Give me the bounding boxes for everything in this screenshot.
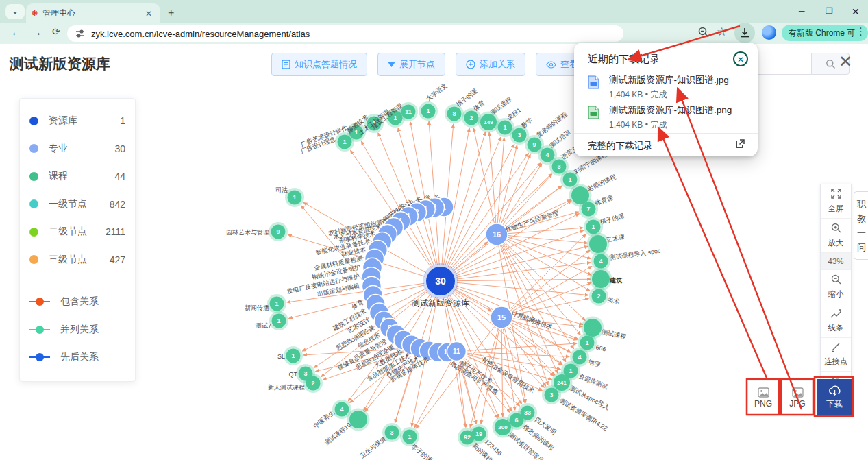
svg-text:3: 3 [517, 132, 521, 138]
address-bar[interactable]: zyk.icve.com.cn/icve-admin/resourceManag… [67, 25, 623, 42]
svg-text:8: 8 [452, 110, 456, 117]
tab-close-icon[interactable]: ✕ [142, 8, 155, 20]
close-atlas-icon[interactable]: ✕ [839, 52, 852, 71]
legend-node-type: 三级节点427 [29, 246, 125, 274]
popup-close-icon[interactable]: ✕ [733, 51, 748, 66]
svg-text:数学: 数学 [520, 117, 534, 130]
svg-text:11: 11 [405, 108, 412, 115]
svg-text:卫生与保健: 卫生与保健 [358, 435, 387, 460]
zoomout-icon [831, 274, 841, 287]
svg-text:建筑: 建筑 [609, 277, 623, 284]
legend-relation: 先后关系 [29, 343, 125, 372]
plus-icon [466, 60, 475, 69]
svg-text:司法: 司法 [275, 186, 288, 193]
svg-text:1: 1 [585, 339, 588, 346]
svg-text:4: 4 [340, 406, 343, 413]
legend-dot [29, 172, 38, 181]
download-file-meta: 1,404 KB • 完成 [609, 89, 729, 101]
side-tab-zhijiao[interactable]: 职教一问 [854, 191, 868, 260]
tool-zoomin[interactable]: 放大 [821, 219, 851, 253]
doc-icon [282, 60, 290, 69]
legend-node-type: 资源库1 [29, 107, 125, 135]
svg-text:1: 1 [426, 108, 430, 114]
header-button-3[interactable]: 添加关系 [456, 53, 525, 76]
legend-relation: 包含关系 [29, 288, 125, 316]
svg-text:1: 1 [569, 367, 572, 374]
legend-dot [29, 144, 38, 153]
header-button-1[interactable]: 知识点答题情况 [271, 53, 367, 76]
browser-tab[interactable]: ❋ 管理中心 ✕ [26, 3, 160, 23]
external-link-icon[interactable] [735, 138, 745, 152]
eye-icon [546, 61, 556, 69]
browser-menu-icon[interactable]: ⋮ [856, 25, 866, 38]
svg-text:4: 4 [578, 354, 581, 361]
reload-icon[interactable]: ⟳ [52, 26, 60, 37]
legend-relation-glyph [29, 356, 50, 358]
svg-text:测试课程: 测试课程 [601, 328, 627, 340]
legend-dot [29, 117, 38, 125]
window-close-button[interactable]: ✕ [852, 6, 860, 17]
new-tab-button[interactable]: ＋ [166, 6, 176, 19]
page-title: 测试新版资源库 [10, 54, 110, 73]
svg-text:SL: SL [277, 353, 285, 360]
svg-text:149: 149 [484, 119, 493, 125]
svg-text:9: 9 [532, 141, 536, 148]
export-png-button[interactable]: PNG [748, 381, 778, 414]
tool-fullscreen[interactable]: 全屏 [821, 184, 851, 219]
cloud-download-icon [828, 385, 841, 397]
zoom-percent: 43% [821, 253, 851, 270]
svg-text:体育课: 体育课 [594, 194, 614, 207]
full-download-history-link[interactable]: 完整的下载记录 [588, 140, 653, 152]
tool-zoomout[interactable]: 缩小 [821, 270, 851, 304]
window-minimize-button[interactable]: ─ [799, 6, 805, 16]
svg-text:200: 200 [498, 424, 508, 431]
export-jpg-button[interactable]: JPG [782, 381, 813, 414]
svg-text:1: 1 [591, 223, 595, 230]
profile-avatar[interactable] [762, 25, 776, 40]
header-button-2[interactable]: 展开节点 [377, 53, 445, 76]
window-restore-button[interactable]: ❐ [826, 6, 833, 16]
download-item[interactable]: 测试新版资源库-知识图谱.jpg1,404 KB • 完成 [588, 74, 729, 101]
svg-text:体育: 体育 [472, 99, 486, 112]
zoom-page-icon[interactable] [697, 26, 710, 40]
svg-text:6: 6 [514, 417, 518, 424]
legend-node-type: 一级节点842 [29, 191, 125, 219]
legend-node-type: 二级节点2111 [29, 218, 125, 246]
browser-tab-strip: ⌄ ❋ 管理中心 ✕ ＋ ─ ❐ ✕ [0, 0, 868, 23]
svg-text:测试课程导入.spoc: 测试课程导入.spoc [608, 247, 662, 261]
site-favicon-icon: ❋ [32, 9, 38, 18]
svg-text:计算机网络技术: 计算机网络技术 [510, 309, 554, 330]
download-file-meta: 1,404 KB • 完成 [609, 119, 732, 131]
tab-search-chevron-icon[interactable]: ⌄ [5, 4, 25, 19]
browser-window: ⌄ ❋ 管理中心 ✕ ＋ ─ ❐ ✕ ← → ⟳ zyk.icve.com.cn… [0, 0, 868, 460]
svg-text:1: 1 [568, 176, 571, 183]
svg-text:2: 2 [469, 114, 473, 121]
svg-text:课程1: 课程1 [506, 107, 522, 122]
download-graph-label: 下载 [826, 398, 843, 410]
back-icon[interactable]: ← [11, 26, 21, 38]
svg-text:1: 1 [277, 317, 280, 324]
downloads-popup-title: 近期的下载记录 [588, 53, 660, 66]
bookmark-star-icon[interactable]: ☆ [717, 25, 727, 39]
image-icon [792, 387, 804, 398]
svg-text:美术: 美术 [607, 296, 620, 305]
svg-text:1: 1 [291, 352, 295, 359]
url-text: zyk.icve.com.cn/icve-admin/resourceManag… [91, 29, 310, 39]
download-graph-button[interactable]: 下载 [817, 379, 852, 416]
legend-dot [29, 199, 38, 208]
export-png-label: PNG [754, 399, 772, 409]
svg-text:测试培训: 测试培训 [547, 129, 571, 150]
legend-node-type: 专业30 [29, 135, 125, 163]
svg-text:1: 1 [503, 124, 506, 131]
site-settings-icon [75, 29, 85, 38]
tool-lines[interactable]: 线条 [821, 304, 851, 338]
caret-icon [388, 62, 395, 68]
connector-icon [831, 342, 841, 354]
forward-icon[interactable]: → [32, 26, 42, 38]
tool-connector[interactable]: 连接点 [821, 338, 851, 372]
downloads-icon[interactable] [739, 27, 751, 41]
svg-text:老师的课程: 老师的课程 [586, 173, 617, 193]
svg-text:241: 241 [557, 380, 567, 386]
download-item[interactable]: 测试新版资源库-知识图谱.png1,404 KB • 完成 [588, 104, 732, 131]
svg-text:艺术课: 艺术课 [606, 233, 625, 243]
